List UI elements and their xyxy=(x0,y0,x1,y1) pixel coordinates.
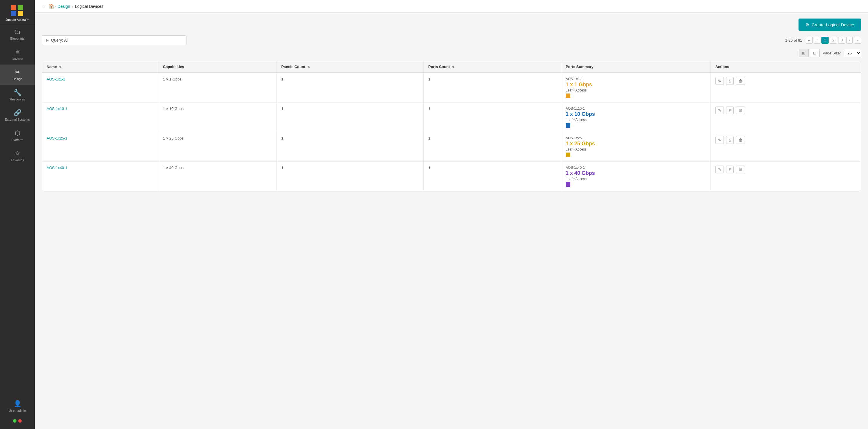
delete-button-2[interactable]: 🗑 xyxy=(736,136,745,144)
port-speed-3: 1 x 40 Gbps xyxy=(566,170,706,176)
cell-ports-count-1: 1 xyxy=(424,102,561,132)
port-role-0: Leaf • Access xyxy=(566,88,706,92)
cell-actions-0: ✎ ⎘ 🗑 xyxy=(711,73,861,102)
ports-summary-content-3: AOS-1x40-1 1 x 40 Gbps Leaf • Access xyxy=(566,165,706,187)
sidebar-item-external-systems[interactable]: 🔗 External Systems xyxy=(0,105,35,125)
sidebar-item-platform[interactable]: ⬡ Platform xyxy=(0,125,35,146)
ports-sort-icon: ⇅ xyxy=(452,65,454,69)
actions-cell-2: ✎ ⎘ 🗑 xyxy=(715,136,856,144)
edit-button-1[interactable]: ✎ xyxy=(715,106,724,114)
devices-icon: 🖥 xyxy=(14,48,21,56)
device-link-0[interactable]: AOS-1x1-1 xyxy=(46,77,65,81)
table-row: AOS-1x40-1 1 × 40 Gbps 1 1 AOS-1x40-1 1 … xyxy=(42,161,861,191)
main-content: ☆ 🏠 › Design › Logical Devices ⊕ Create … xyxy=(35,0,868,429)
sidebar-item-design[interactable]: ✏ Design xyxy=(0,65,35,85)
logo-cell-green xyxy=(18,5,23,10)
create-button-label: Create Logical Device xyxy=(811,22,854,27)
sidebar-logo: Juniper Apstra™ xyxy=(0,0,35,24)
edit-button-2[interactable]: ✎ xyxy=(715,136,724,144)
logo-grid xyxy=(11,5,24,16)
pagination: 1-25 of 61 « ‹ 1 2 3 › » xyxy=(785,37,861,44)
delete-button-3[interactable]: 🗑 xyxy=(736,165,745,174)
breadcrumb-sep-1: › xyxy=(55,4,56,9)
cell-panels-count-3: 1 xyxy=(277,161,424,191)
ports-summary-content-1: AOS-1x10-1 1 x 10 Gbps Leaf • Access xyxy=(566,106,706,128)
cell-name-3: AOS-1x40-1 xyxy=(42,161,158,191)
breadcrumb-design-link[interactable]: Design xyxy=(58,4,70,9)
sidebar-item-devices[interactable]: 🖥 Devices xyxy=(0,44,35,65)
copy-button-0[interactable]: ⎘ xyxy=(726,77,734,85)
query-text: Query: All xyxy=(51,38,69,42)
sidebar-item-label-favorites: Favorites xyxy=(11,158,24,162)
sidebar-bottom: 👤 User: admin xyxy=(0,396,35,429)
col-panels-count[interactable]: Panels Count ⇅ xyxy=(277,61,424,73)
panel-name-1: AOS-1x10-1 xyxy=(566,106,706,111)
device-link-3[interactable]: AOS-1x40-1 xyxy=(46,165,67,170)
sidebar-item-label-design: Design xyxy=(12,77,22,81)
port-speed-2: 1 x 25 Gbps xyxy=(566,141,706,147)
bookmark-icon[interactable]: ☆ xyxy=(42,3,46,9)
sidebar-item-user[interactable]: 👤 User: admin xyxy=(0,396,35,416)
col-name[interactable]: Name ⇅ xyxy=(42,61,158,73)
ports-summary-content-0: AOS-1x1-1 1 x 1 Gbps Leaf • Access xyxy=(566,77,706,98)
status-dot-red xyxy=(18,419,22,423)
port-role-2: Leaf • Access xyxy=(566,147,706,151)
device-link-2[interactable]: AOS-1x25-1 xyxy=(46,136,67,141)
table-header: Name ⇅ Capabilities Panels Count ⇅ Ports… xyxy=(42,61,861,73)
view-size-row: ⊞ ⊟ Page Size: 10 25 50 100 xyxy=(42,49,861,57)
port-speed-1: 1 x 10 Gbps xyxy=(566,111,706,117)
page-size-select[interactable]: 10 25 50 100 xyxy=(844,49,861,57)
col-ports-count[interactable]: Ports Count ⇅ xyxy=(424,61,561,73)
sidebar-item-blueprints[interactable]: 🗂 Blueprints xyxy=(0,24,35,44)
edit-button-3[interactable]: ✎ xyxy=(715,165,724,174)
pagination-page-2-button[interactable]: 2 xyxy=(830,37,837,44)
panel-name-3: AOS-1x40-1 xyxy=(566,165,706,170)
platform-icon: ⬡ xyxy=(15,129,20,137)
pagination-prev-button[interactable]: ‹ xyxy=(814,37,820,44)
cell-capabilities-1: 1 × 10 Gbps xyxy=(158,102,277,132)
cell-capabilities-0: 1 × 1 Gbps xyxy=(158,73,277,102)
query-arrow-icon: ▶ xyxy=(46,38,49,42)
name-sort-icon: ⇅ xyxy=(59,65,61,69)
port-role-1: Leaf • Access xyxy=(566,118,706,122)
copy-button-3[interactable]: ⎘ xyxy=(726,165,734,174)
delete-button-1[interactable]: 🗑 xyxy=(736,106,745,114)
logo-cell-blue xyxy=(11,11,16,16)
cell-ports-summary-2: AOS-1x25-1 1 x 25 Gbps Leaf • Access xyxy=(561,132,711,161)
cell-name-0: AOS-1x1-1 xyxy=(42,73,158,102)
delete-button-0[interactable]: 🗑 xyxy=(736,77,745,85)
sidebar-item-label-external-systems: External Systems xyxy=(5,118,30,121)
query-bar[interactable]: ▶ Query: All xyxy=(42,35,186,45)
sidebar-item-resources[interactable]: 🔧 Resources xyxy=(0,85,35,105)
table-body: AOS-1x1-1 1 × 1 Gbps 1 1 AOS-1x1-1 1 x 1… xyxy=(42,73,861,191)
port-swatch-1 xyxy=(566,123,570,128)
pagination-first-button[interactable]: « xyxy=(806,37,813,44)
breadcrumb-current: Logical Devices xyxy=(75,4,103,9)
edit-button-0[interactable]: ✎ xyxy=(715,77,724,85)
cell-panels-count-2: 1 xyxy=(277,132,424,161)
pagination-next-button[interactable]: › xyxy=(846,37,852,44)
home-icon[interactable]: 🏠 xyxy=(49,3,55,9)
view-grid-button[interactable]: ⊟ xyxy=(810,49,820,57)
view-toggle: ⊞ ⊟ xyxy=(799,49,820,57)
pagination-page-1-button[interactable]: 1 xyxy=(822,37,829,44)
sidebar-nav: 🗂 Blueprints 🖥 Devices ✏ Design 🔧 Resour… xyxy=(0,24,35,396)
copy-button-2[interactable]: ⎘ xyxy=(726,136,734,144)
header: ☆ 🏠 › Design › Logical Devices xyxy=(35,0,868,13)
favorites-icon: ☆ xyxy=(14,150,20,157)
cell-actions-2: ✎ ⎘ 🗑 xyxy=(711,132,861,161)
pagination-page-3-button[interactable]: 3 xyxy=(838,37,845,44)
create-logical-device-button[interactable]: ⊕ Create Logical Device xyxy=(799,19,861,31)
device-link-1[interactable]: AOS-1x10-1 xyxy=(46,106,67,111)
copy-button-1[interactable]: ⎘ xyxy=(726,106,734,114)
cell-panels-count-1: 1 xyxy=(277,102,424,132)
sidebar-item-favorites[interactable]: ☆ Favorites xyxy=(0,146,35,166)
breadcrumb-sep-2: › xyxy=(72,4,73,9)
view-table-button[interactable]: ⊞ xyxy=(799,49,809,57)
cell-ports-count-0: 1 xyxy=(424,73,561,102)
pagination-last-button[interactable]: » xyxy=(854,37,861,44)
actions-cell-0: ✎ ⎘ 🗑 xyxy=(715,77,856,85)
col-actions: Actions xyxy=(711,61,861,73)
external-systems-icon: 🔗 xyxy=(13,109,22,117)
sidebar-item-label-resources: Resources xyxy=(10,97,25,101)
